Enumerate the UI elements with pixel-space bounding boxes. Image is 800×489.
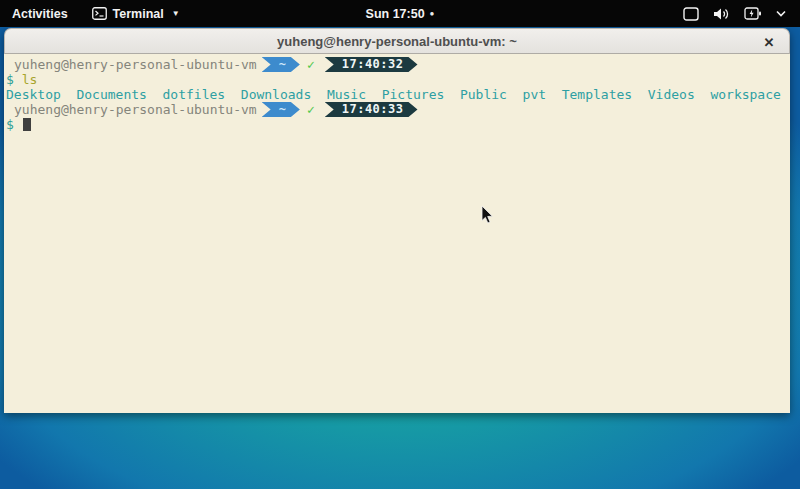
app-menu-chevron-icon: ▼ (172, 9, 180, 18)
prompt-path-segment: ~ (262, 102, 300, 117)
prompt-user: yuheng@henry-personal-ubuntu-vm (14, 57, 257, 72)
display-icon (683, 7, 699, 21)
top-bar-left: Activities Terminal ▼ (0, 0, 192, 27)
prompt-path: ~ (279, 102, 286, 117)
chevron-down-icon (776, 10, 786, 17)
prompt-time: 17:40:33 (342, 102, 404, 117)
activities-label: Activities (12, 7, 68, 21)
prompt-line-2: yuheng@henry-personal-ubuntu-vm ~ ✓ 17:4… (6, 102, 788, 117)
app-menu-button[interactable]: Terminal ▼ (80, 0, 192, 27)
clock-button[interactable]: Sun 17:50 ● (356, 0, 445, 27)
system-menu-button[interactable] (669, 0, 800, 27)
activities-button[interactable]: Activities (0, 0, 80, 27)
prompt-time-segment: 17:40:32 (325, 57, 418, 72)
text-cursor (23, 118, 31, 131)
space (14, 72, 22, 87)
window-title: yuheng@henry-personal-ubuntu-vm: ~ (277, 34, 517, 49)
terminal-window: yuheng@henry-personal-ubuntu-vm: ~ ✕ yuh… (4, 28, 790, 413)
prompt-status-check-icon: ✓ (307, 57, 315, 72)
prompt-line-1: yuheng@henry-personal-ubuntu-vm ~ ✓ 17:4… (6, 57, 788, 72)
terminal-icon (92, 7, 107, 20)
prompt-char: $ (6, 72, 14, 87)
prompt-user: yuheng@henry-personal-ubuntu-vm (14, 102, 257, 117)
space (14, 117, 22, 132)
terminal-content[interactable]: yuheng@henry-personal-ubuntu-vm ~ ✓ 17:4… (4, 54, 790, 413)
notification-dot: ● (430, 10, 435, 18)
top-bar: Activities Terminal ▼ Sun 17:50 ● (0, 0, 800, 27)
app-menu-label: Terminal (113, 7, 164, 21)
clock-label: Sun 17:50 (366, 7, 425, 21)
battery-charging-icon (744, 7, 762, 20)
volume-icon (713, 7, 730, 21)
close-button[interactable]: ✕ (759, 32, 779, 52)
prompt-char: $ (6, 117, 14, 132)
prompt-path-segment: ~ (262, 57, 300, 72)
directory-list: Desktop Documents dotfiles Downloads Mus… (6, 87, 781, 102)
input-line[interactable]: $ (6, 117, 788, 132)
ls-output-line: Desktop Documents dotfiles Downloads Mus… (6, 87, 788, 102)
title-bar[interactable]: yuheng@henry-personal-ubuntu-vm: ~ ✕ (4, 28, 790, 54)
prompt-status-check-icon: ✓ (307, 102, 315, 117)
command-line: $ ls (6, 72, 788, 87)
prompt-path: ~ (279, 57, 286, 72)
prompt-time: 17:40:32 (342, 57, 404, 72)
prompt-time-segment: 17:40:33 (325, 102, 418, 117)
command-text: ls (22, 72, 38, 87)
